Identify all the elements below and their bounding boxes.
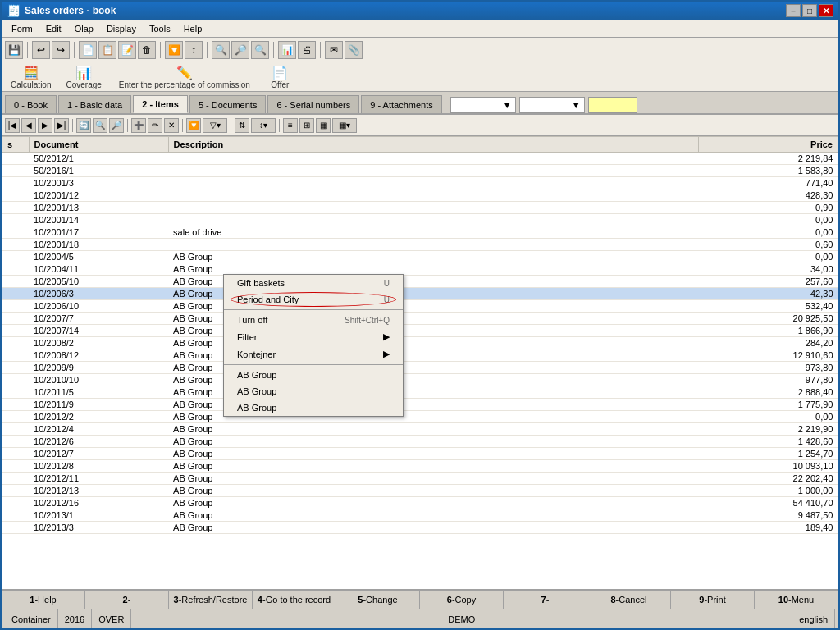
toolbar-offer[interactable]: 📄 Offer (262, 62, 299, 92)
table-row[interactable]: 10/2009/9AB Group973,80 (2, 362, 838, 374)
func-5-change[interactable]: 5-Change (336, 591, 420, 609)
tab-6-serial-numbers[interactable]: 6 - Serial numbers (267, 95, 359, 113)
dropdown-item-abgroup3[interactable]: AB Group (224, 399, 403, 416)
table-row[interactable]: 10/2012/2AB Group0,00 (2, 411, 838, 423)
nav-play[interactable]: ▶ (38, 118, 52, 133)
nav-add[interactable]: ➕ (131, 118, 146, 133)
table-row[interactable]: 10/2011/5AB Group2 888,40 (2, 386, 838, 399)
dropdown-item-abgroup1[interactable]: AB Group (224, 367, 403, 383)
toolbar-commission[interactable]: ✏️ Enter the percentage of commission (111, 62, 258, 92)
func-6-copy[interactable]: 6-Copy (420, 591, 504, 609)
menu-edit[interactable]: Edit (39, 22, 68, 35)
nav-del[interactable]: ✕ (164, 118, 179, 133)
table-row[interactable]: 10/2012/8AB Group10 093,10 (2, 460, 838, 472)
table-row[interactable]: 10/2008/12AB Group12 910,60 (2, 349, 838, 362)
table-row[interactable]: 10/2007/14AB Group1 866,90 (2, 325, 838, 337)
tab-dropdown1[interactable]: ▼ (450, 97, 516, 113)
dropdown-item-abgroup2[interactable]: AB Group (224, 383, 403, 399)
tab-1-basic-data[interactable]: 1 - Basic data (58, 95, 131, 113)
toolbar-paste[interactable]: 📝 (118, 41, 136, 59)
nav-first[interactable]: |◀ (5, 118, 20, 133)
toolbar-mail[interactable]: ✉ (325, 41, 343, 59)
table-row[interactable]: 10/2004/5AB Group0,00 (2, 251, 838, 263)
toolbar-print[interactable]: 🖨 (298, 41, 316, 59)
nav-sort2[interactable]: ↕▾ (251, 118, 276, 133)
dropdown-item-filter[interactable]: Filter ▶ (224, 328, 403, 345)
toolbar-save[interactable]: 💾 (5, 41, 23, 59)
tab-dropdown3[interactable] (588, 97, 637, 113)
table-row[interactable]: 10/2012/13AB Group1 000,00 (2, 485, 838, 497)
table-row[interactable]: 10/2012/7AB Group1 254,70 (2, 448, 838, 460)
table-row[interactable]: 10/2001/130,90 (2, 202, 838, 214)
minimize-button[interactable]: – (786, 4, 801, 17)
table-row[interactable]: 10/2012/11AB Group22 202,40 (2, 472, 838, 485)
tab-5-documents[interactable]: 5 - Documents (189, 95, 267, 113)
table-row[interactable]: 10/2005/10AB Group257,60 (2, 276, 838, 288)
func-8-cancel[interactable]: 8-Cancel (587, 591, 671, 609)
nav-view4[interactable]: ▦▾ (332, 118, 357, 133)
nav-view2[interactable]: ⊞ (299, 118, 314, 133)
table-row[interactable]: 10/2001/180,60 (2, 239, 838, 251)
toolbar-redo[interactable]: ↪ (52, 41, 70, 59)
table-row[interactable]: 10/2012/16AB Group54 410,70 (2, 497, 838, 509)
menu-form[interactable]: Form (5, 22, 39, 35)
tab-dropdown2[interactable]: ▼ (519, 97, 585, 113)
nav-filter[interactable]: 🔽 (186, 118, 201, 133)
table-row[interactable]: 10/2001/140,00 (2, 214, 838, 226)
func-1-help[interactable]: 1-Help (2, 591, 85, 609)
table-row[interactable]: 10/2011/9AB Group1 775,90 (2, 399, 838, 411)
nav-view1[interactable]: ≡ (283, 118, 298, 133)
close-button[interactable]: ✕ (819, 4, 833, 17)
dropdown-item-kontejner[interactable]: Kontejner ▶ (224, 345, 403, 363)
toolbar-attach[interactable]: 📎 (345, 41, 363, 59)
table-row[interactable]: 10/2013/3AB Group189,40 (2, 522, 838, 534)
nav-find[interactable]: 🔎 (109, 118, 124, 133)
toolbar-calculation[interactable]: 🧮 Calculation (5, 62, 57, 92)
table-row[interactable]: 10/2013/1AB Group9 487,50 (2, 509, 838, 522)
func-4-goto[interactable]: 4-Go to the record (253, 591, 336, 609)
table-row[interactable]: 10/2001/3771,40 (2, 177, 838, 189)
toolbar-filter[interactable]: 🔽 (165, 41, 183, 59)
nav-refresh[interactable]: 🔄 (76, 118, 91, 133)
table-row[interactable]: 10/2001/17sale of drive0,00 (2, 226, 838, 239)
tab-0-book[interactable]: 0 - Book (5, 95, 57, 113)
func-9-print[interactable]: 9-Print (671, 591, 755, 609)
nav-view3[interactable]: ▦ (316, 118, 331, 133)
toolbar-delete[interactable]: 🗑 (138, 41, 156, 59)
col-header-document[interactable]: Document (29, 137, 168, 153)
table-row[interactable]: 50/2016/11 583,80 (2, 165, 838, 177)
nav-sort[interactable]: ⇅ (235, 118, 249, 133)
toolbar-copy[interactable]: 📋 (98, 41, 116, 59)
toolbar-coverage[interactable]: 📊 Coverage (60, 62, 107, 92)
tab-9-attachments[interactable]: 9 - Attachments (361, 95, 441, 113)
table-row[interactable]: 10/2010/10AB Group977,80 (2, 374, 838, 386)
toolbar-find2[interactable]: 🔎 (231, 41, 249, 59)
tab-2-items[interactable]: 2 - Items (133, 95, 188, 113)
nav-last[interactable]: ▶| (54, 118, 69, 133)
table-row[interactable]: 10/2001/12428,30 (2, 189, 838, 202)
dropdown-item-gift-baskets[interactable]: Gift baskets U (224, 275, 403, 291)
table-scroll[interactable]: s Document Description Price 50/2012/12 … (2, 136, 838, 589)
table-row[interactable]: 10/2006/10AB Group532,40 (2, 300, 838, 313)
toolbar-find[interactable]: 🔍 (212, 41, 230, 59)
col-header-price[interactable]: Price (698, 137, 838, 153)
func-2[interactable]: 2- (85, 591, 169, 609)
nav-prev[interactable]: ◀ (21, 118, 36, 133)
dropdown-item-period-city[interactable]: Period and City U (224, 291, 403, 308)
toolbar-new[interactable]: 📄 (79, 41, 97, 59)
toolbar-sort[interactable]: ↕ (185, 41, 203, 59)
table-row[interactable]: 10/2012/6AB Group1 428,60 (2, 436, 838, 448)
table-row[interactable]: 10/2004/11AB Group34,00 (2, 263, 838, 276)
table-row[interactable]: 10/2007/7AB Group20 925,50 (2, 313, 838, 325)
table-row[interactable]: 10/2012/4AB Group2 219,90 (2, 423, 838, 436)
func-3-refresh[interactable]: 3-Refresh/Restore (169, 591, 253, 609)
func-7[interactable]: 7- (504, 591, 587, 609)
dropdown-item-turn-off[interactable]: Turn off Shift+Ctrl+Q (224, 312, 403, 328)
nav-filter2[interactable]: ▽▾ (203, 118, 227, 133)
toolbar-export[interactable]: 📊 (278, 41, 296, 59)
table-row[interactable]: 10/2006/3AB Group42,30 (2, 288, 838, 300)
maximize-button[interactable]: □ (802, 4, 817, 17)
toolbar-find3[interactable]: 🔍 (251, 41, 269, 59)
nav-edit[interactable]: ✏ (148, 118, 162, 133)
toolbar-undo[interactable]: ↩ (32, 41, 50, 59)
